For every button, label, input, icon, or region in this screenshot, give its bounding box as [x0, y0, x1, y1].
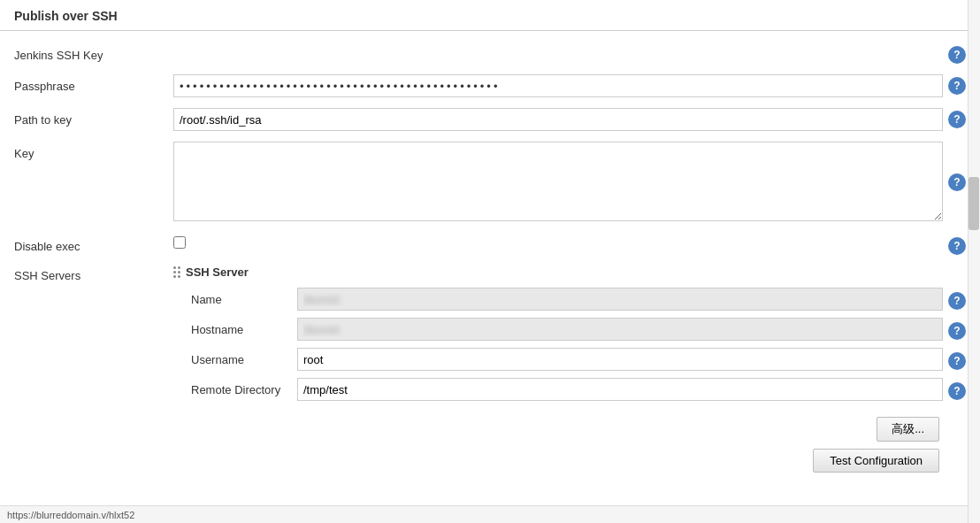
remote-directory-input[interactable] [297, 378, 943, 401]
test-config-button-row: Test Configuration [14, 445, 966, 480]
url-text: https://blurreddomain.v/hlxt52 [7, 510, 134, 520]
username-input[interactable] [297, 348, 943, 371]
disable-exec-help-icon[interactable]: ? [948, 237, 966, 255]
hostname-input[interactable] [297, 318, 943, 341]
remote-directory-label: Remote Directory [191, 383, 297, 396]
hostname-label: Hostname [191, 323, 297, 336]
hostname-input-wrap: ? [297, 318, 966, 341]
path-to-key-label: Path to key [14, 108, 173, 127]
key-control: ? [173, 142, 966, 224]
section-title: Publish over SSH [14, 9, 118, 23]
passphrase-row: Passphrase ? [14, 69, 966, 103]
disable-exec-row: Disable exec ? [14, 229, 966, 260]
form-area: Jenkins SSH Key ? Passphrase ? Path to k… [0, 31, 980, 487]
ssh-servers-row: SSH Servers SSH Server [14, 260, 966, 410]
drag-handle-icon[interactable] [173, 266, 180, 278]
username-help-icon[interactable]: ? [948, 352, 966, 370]
jenkins-ssh-key-control: ? [173, 43, 966, 64]
key-help-icon[interactable]: ? [948, 173, 966, 191]
path-to-key-control: ? [173, 108, 966, 131]
name-row: Name ? [191, 284, 966, 314]
ssh-servers-label: SSH Servers [14, 265, 173, 282]
advanced-button[interactable]: 高级... [877, 417, 939, 442]
passphrase-label: Passphrase [14, 74, 173, 93]
passphrase-help-icon[interactable]: ? [948, 77, 966, 95]
disable-exec-label: Disable exec [14, 235, 173, 253]
key-textarea[interactable] [173, 142, 943, 221]
page-wrapper: Publish over SSH Jenkins SSH Key ? Passp… [0, 0, 980, 523]
key-row: Key ? [14, 136, 966, 229]
jenkins-ssh-key-row: Jenkins SSH Key ? [14, 38, 966, 69]
remote-directory-help-icon[interactable]: ? [948, 382, 966, 400]
passphrase-input[interactable] [173, 74, 943, 97]
section-header: Publish over SSH [0, 0, 980, 31]
jenkins-ssh-key-help-icon[interactable]: ? [948, 46, 966, 64]
name-input[interactable] [297, 288, 943, 311]
path-to-key-help-icon[interactable]: ? [948, 111, 966, 128]
passphrase-control: ? [173, 74, 966, 97]
disable-exec-checkbox[interactable] [173, 236, 186, 249]
path-to-key-input[interactable] [173, 108, 943, 131]
ssh-server-label: SSH Server [186, 265, 249, 279]
ssh-servers-control: SSH Server Name ? H [173, 265, 966, 404]
hostname-row: Hostname ? [191, 314, 966, 344]
advanced-button-row: 高级... [14, 410, 966, 445]
scrollbar[interactable] [968, 0, 980, 523]
ssh-servers-block: SSH Server Name ? H [173, 265, 966, 404]
jenkins-ssh-key-label: Jenkins SSH Key [14, 43, 173, 62]
ssh-server-fields: Name ? Hostname ? [191, 284, 966, 404]
key-label: Key [14, 142, 173, 160]
username-row: Username ? [191, 344, 966, 374]
remote-directory-row: Remote Directory ? [191, 374, 966, 404]
disable-exec-control: ? [173, 235, 966, 255]
scrollbar-thumb[interactable] [969, 177, 979, 230]
username-input-wrap: ? [297, 348, 966, 371]
url-bar: https://blurreddomain.v/hlxt52 [0, 505, 968, 523]
ssh-server-header: SSH Server [173, 265, 966, 279]
remote-directory-input-wrap: ? [297, 378, 966, 401]
hostname-help-icon[interactable]: ? [948, 322, 966, 340]
test-configuration-button[interactable]: Test Configuration [813, 449, 939, 473]
name-label: Name [191, 293, 297, 306]
name-help-icon[interactable]: ? [948, 292, 966, 310]
name-input-wrap: ? [297, 288, 966, 311]
username-label: Username [191, 353, 297, 366]
path-to-key-row: Path to key ? [14, 103, 966, 136]
